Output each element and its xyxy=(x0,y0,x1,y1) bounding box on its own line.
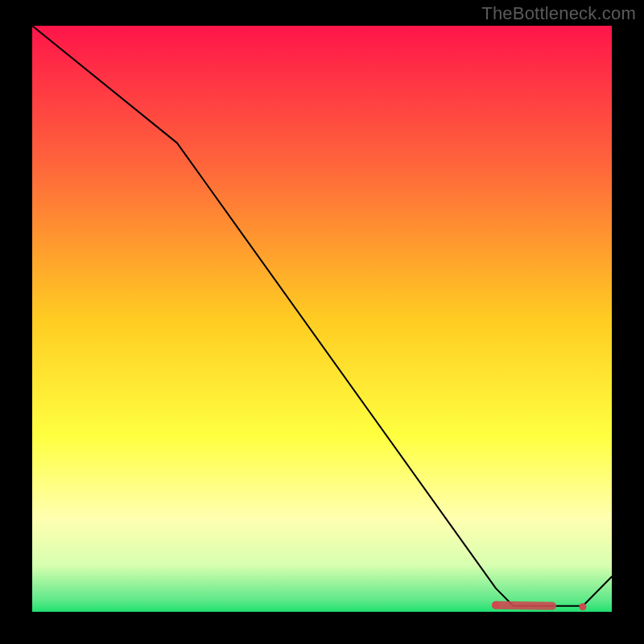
marker-dot xyxy=(492,601,500,609)
attribution-text: TheBottleneck.com xyxy=(481,3,636,24)
marker-band xyxy=(496,605,552,606)
gradient-background xyxy=(32,26,612,612)
chart-container: TheBottleneck.com xyxy=(0,0,644,644)
chart-svg xyxy=(32,26,612,612)
marker-dot xyxy=(580,603,587,610)
plot-area xyxy=(32,26,612,612)
